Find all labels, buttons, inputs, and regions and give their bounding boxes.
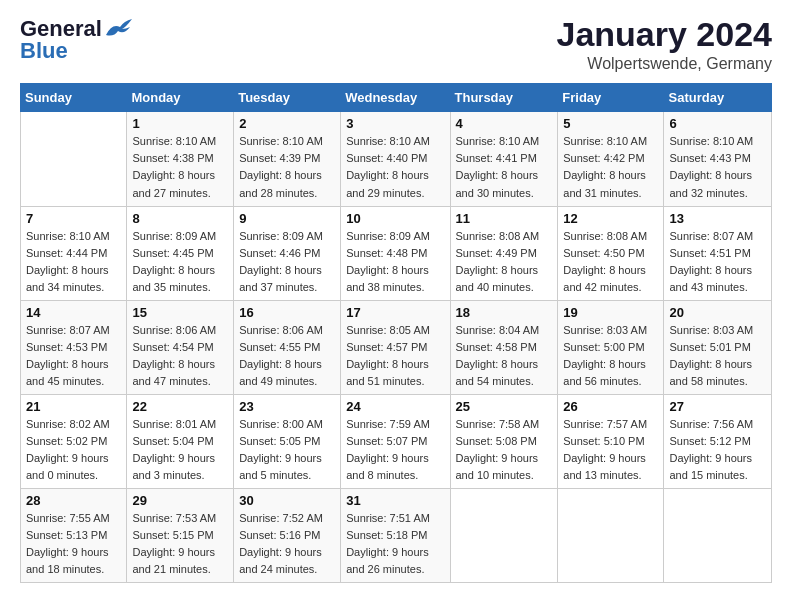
calendar-cell: 21Sunrise: 8:02 AMSunset: 5:02 PMDayligh…	[21, 394, 127, 488]
calendar-cell: 27Sunrise: 7:56 AMSunset: 5:12 PMDayligh…	[664, 394, 772, 488]
calendar-cell: 13Sunrise: 8:07 AMSunset: 4:51 PMDayligh…	[664, 206, 772, 300]
location: Wolpertswende, Germany	[557, 55, 773, 73]
day-info: Sunrise: 8:05 AMSunset: 4:57 PMDaylight:…	[346, 322, 444, 390]
day-number: 7	[26, 211, 121, 226]
calendar-week-row: 28Sunrise: 7:55 AMSunset: 5:13 PMDayligh…	[21, 489, 772, 583]
day-info: Sunrise: 8:08 AMSunset: 4:50 PMDaylight:…	[563, 228, 658, 296]
calendar-cell: 22Sunrise: 8:01 AMSunset: 5:04 PMDayligh…	[127, 394, 234, 488]
day-number: 23	[239, 399, 335, 414]
calendar-week-row: 14Sunrise: 8:07 AMSunset: 4:53 PMDayligh…	[21, 300, 772, 394]
day-info: Sunrise: 8:02 AMSunset: 5:02 PMDaylight:…	[26, 416, 121, 484]
day-info: Sunrise: 8:10 AMSunset: 4:40 PMDaylight:…	[346, 133, 444, 201]
day-info: Sunrise: 8:08 AMSunset: 4:49 PMDaylight:…	[456, 228, 553, 296]
col-header-monday: Monday	[127, 84, 234, 112]
day-info: Sunrise: 8:03 AMSunset: 5:00 PMDaylight:…	[563, 322, 658, 390]
calendar-cell: 12Sunrise: 8:08 AMSunset: 4:50 PMDayligh…	[558, 206, 664, 300]
calendar-cell: 16Sunrise: 8:06 AMSunset: 4:55 PMDayligh…	[234, 300, 341, 394]
calendar-cell: 24Sunrise: 7:59 AMSunset: 5:07 PMDayligh…	[341, 394, 450, 488]
calendar-cell: 2Sunrise: 8:10 AMSunset: 4:39 PMDaylight…	[234, 112, 341, 206]
title-block: January 2024 Wolpertswende, Germany	[557, 16, 773, 73]
day-info: Sunrise: 7:57 AMSunset: 5:10 PMDaylight:…	[563, 416, 658, 484]
calendar-cell	[21, 112, 127, 206]
calendar-cell: 5Sunrise: 8:10 AMSunset: 4:42 PMDaylight…	[558, 112, 664, 206]
day-info: Sunrise: 7:58 AMSunset: 5:08 PMDaylight:…	[456, 416, 553, 484]
col-header-wednesday: Wednesday	[341, 84, 450, 112]
page: General Blue January 2024 Wolpertswende,…	[0, 0, 792, 599]
day-number: 11	[456, 211, 553, 226]
day-number: 14	[26, 305, 121, 320]
day-number: 28	[26, 493, 121, 508]
day-number: 2	[239, 116, 335, 131]
calendar-cell: 14Sunrise: 8:07 AMSunset: 4:53 PMDayligh…	[21, 300, 127, 394]
calendar-cell: 17Sunrise: 8:05 AMSunset: 4:57 PMDayligh…	[341, 300, 450, 394]
day-number: 29	[132, 493, 228, 508]
day-info: Sunrise: 8:00 AMSunset: 5:05 PMDaylight:…	[239, 416, 335, 484]
day-number: 4	[456, 116, 553, 131]
day-number: 21	[26, 399, 121, 414]
calendar-cell: 1Sunrise: 8:10 AMSunset: 4:38 PMDaylight…	[127, 112, 234, 206]
day-number: 19	[563, 305, 658, 320]
col-header-sunday: Sunday	[21, 84, 127, 112]
calendar-cell	[664, 489, 772, 583]
day-number: 3	[346, 116, 444, 131]
day-number: 8	[132, 211, 228, 226]
calendar-cell: 31Sunrise: 7:51 AMSunset: 5:18 PMDayligh…	[341, 489, 450, 583]
logo: General Blue	[20, 16, 134, 64]
calendar-cell: 20Sunrise: 8:03 AMSunset: 5:01 PMDayligh…	[664, 300, 772, 394]
calendar-header-row: SundayMondayTuesdayWednesdayThursdayFrid…	[21, 84, 772, 112]
header: General Blue January 2024 Wolpertswende,…	[20, 16, 772, 73]
day-number: 26	[563, 399, 658, 414]
day-info: Sunrise: 7:53 AMSunset: 5:15 PMDaylight:…	[132, 510, 228, 578]
day-number: 17	[346, 305, 444, 320]
col-header-saturday: Saturday	[664, 84, 772, 112]
calendar-cell: 23Sunrise: 8:00 AMSunset: 5:05 PMDayligh…	[234, 394, 341, 488]
calendar-cell: 6Sunrise: 8:10 AMSunset: 4:43 PMDaylight…	[664, 112, 772, 206]
day-info: Sunrise: 8:06 AMSunset: 4:54 PMDaylight:…	[132, 322, 228, 390]
calendar-cell: 11Sunrise: 8:08 AMSunset: 4:49 PMDayligh…	[450, 206, 558, 300]
calendar: SundayMondayTuesdayWednesdayThursdayFrid…	[20, 83, 772, 583]
day-number: 12	[563, 211, 658, 226]
day-info: Sunrise: 7:52 AMSunset: 5:16 PMDaylight:…	[239, 510, 335, 578]
calendar-week-row: 21Sunrise: 8:02 AMSunset: 5:02 PMDayligh…	[21, 394, 772, 488]
day-info: Sunrise: 7:59 AMSunset: 5:07 PMDaylight:…	[346, 416, 444, 484]
day-number: 1	[132, 116, 228, 131]
calendar-cell: 9Sunrise: 8:09 AMSunset: 4:46 PMDaylight…	[234, 206, 341, 300]
calendar-cell: 19Sunrise: 8:03 AMSunset: 5:00 PMDayligh…	[558, 300, 664, 394]
calendar-cell: 29Sunrise: 7:53 AMSunset: 5:15 PMDayligh…	[127, 489, 234, 583]
day-info: Sunrise: 8:09 AMSunset: 4:45 PMDaylight:…	[132, 228, 228, 296]
calendar-cell: 10Sunrise: 8:09 AMSunset: 4:48 PMDayligh…	[341, 206, 450, 300]
day-number: 10	[346, 211, 444, 226]
calendar-cell: 7Sunrise: 8:10 AMSunset: 4:44 PMDaylight…	[21, 206, 127, 300]
day-number: 31	[346, 493, 444, 508]
day-info: Sunrise: 8:07 AMSunset: 4:53 PMDaylight:…	[26, 322, 121, 390]
day-number: 13	[669, 211, 766, 226]
day-info: Sunrise: 8:10 AMSunset: 4:41 PMDaylight:…	[456, 133, 553, 201]
day-info: Sunrise: 8:10 AMSunset: 4:39 PMDaylight:…	[239, 133, 335, 201]
day-info: Sunrise: 8:06 AMSunset: 4:55 PMDaylight:…	[239, 322, 335, 390]
calendar-cell: 30Sunrise: 7:52 AMSunset: 5:16 PMDayligh…	[234, 489, 341, 583]
calendar-week-row: 7Sunrise: 8:10 AMSunset: 4:44 PMDaylight…	[21, 206, 772, 300]
logo-bird-icon	[104, 17, 134, 41]
day-number: 25	[456, 399, 553, 414]
calendar-cell: 4Sunrise: 8:10 AMSunset: 4:41 PMDaylight…	[450, 112, 558, 206]
day-number: 24	[346, 399, 444, 414]
day-number: 6	[669, 116, 766, 131]
day-info: Sunrise: 8:07 AMSunset: 4:51 PMDaylight:…	[669, 228, 766, 296]
day-number: 15	[132, 305, 228, 320]
calendar-cell: 15Sunrise: 8:06 AMSunset: 4:54 PMDayligh…	[127, 300, 234, 394]
day-number: 18	[456, 305, 553, 320]
day-info: Sunrise: 7:55 AMSunset: 5:13 PMDaylight:…	[26, 510, 121, 578]
calendar-cell: 8Sunrise: 8:09 AMSunset: 4:45 PMDaylight…	[127, 206, 234, 300]
calendar-cell: 18Sunrise: 8:04 AMSunset: 4:58 PMDayligh…	[450, 300, 558, 394]
day-info: Sunrise: 8:10 AMSunset: 4:38 PMDaylight:…	[132, 133, 228, 201]
day-info: Sunrise: 8:10 AMSunset: 4:43 PMDaylight:…	[669, 133, 766, 201]
day-info: Sunrise: 8:03 AMSunset: 5:01 PMDaylight:…	[669, 322, 766, 390]
day-number: 20	[669, 305, 766, 320]
day-info: Sunrise: 8:04 AMSunset: 4:58 PMDaylight:…	[456, 322, 553, 390]
day-number: 30	[239, 493, 335, 508]
day-info: Sunrise: 8:10 AMSunset: 4:44 PMDaylight:…	[26, 228, 121, 296]
calendar-cell	[450, 489, 558, 583]
col-header-thursday: Thursday	[450, 84, 558, 112]
day-number: 16	[239, 305, 335, 320]
calendar-cell	[558, 489, 664, 583]
